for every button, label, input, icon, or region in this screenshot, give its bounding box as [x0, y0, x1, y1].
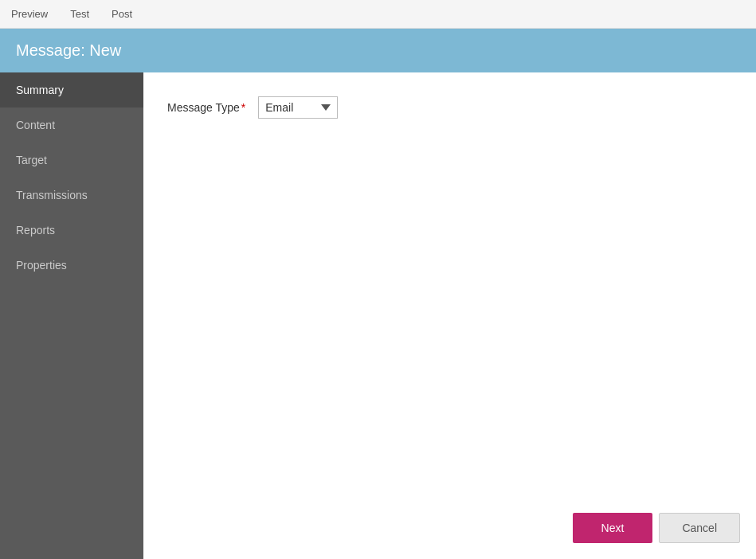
message-type-label: Message Type* — [167, 101, 245, 114]
message-type-select[interactable]: EmailSMSPush — [258, 96, 338, 119]
sidebar-item-content[interactable]: Content — [0, 108, 143, 143]
top-nav-item-test[interactable]: Test — [67, 2, 92, 26]
page-title: Message: New — [16, 41, 121, 60]
content-area: Message Type* EmailSMSPush Next Cancel — [143, 72, 756, 559]
sidebar-item-summary[interactable]: Summary — [0, 72, 143, 108]
top-nav-item-post[interactable]: Post — [108, 2, 135, 26]
footer-buttons: Next Cancel — [573, 513, 740, 543]
sidebar-item-properties[interactable]: Properties — [0, 248, 143, 283]
cancel-button[interactable]: Cancel — [659, 513, 740, 543]
message-type-row: Message Type* EmailSMSPush — [167, 96, 732, 119]
sidebar-item-reports[interactable]: Reports — [0, 213, 143, 248]
sidebar-item-target[interactable]: Target — [0, 143, 143, 178]
sidebar-item-transmissions[interactable]: Transmissions — [0, 178, 143, 213]
main-layout: SummaryContentTargetTransmissionsReports… — [0, 72, 756, 559]
top-navigation: PreviewTestPost — [0, 0, 756, 29]
next-button[interactable]: Next — [573, 513, 653, 543]
required-star: * — [241, 101, 245, 114]
sidebar: SummaryContentTargetTransmissionsReports… — [0, 72, 143, 559]
header-banner: Message: New — [0, 29, 756, 72]
top-nav-item-preview[interactable]: Preview — [8, 2, 51, 26]
